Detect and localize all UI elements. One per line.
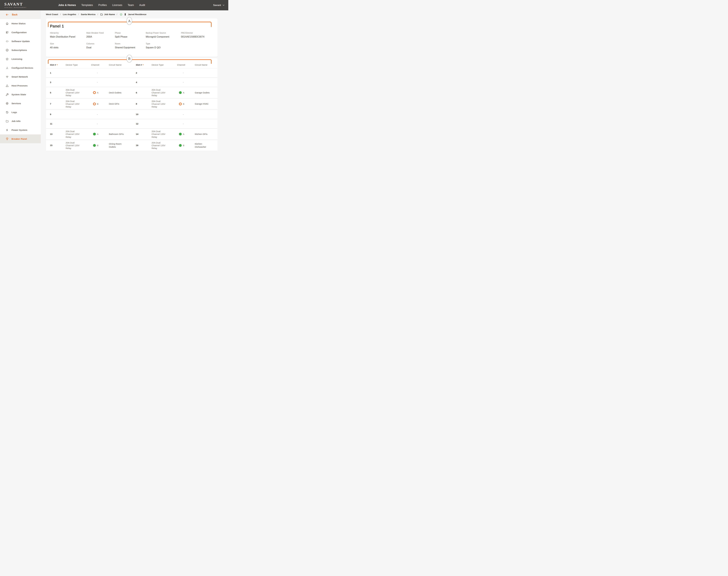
breaker-slot-14: 1420A Dual Channel 120V RelayAKitchen GF…: [132, 129, 218, 140]
channel-letter: -: [97, 113, 98, 116]
nav-item-audit[interactable]: Audit: [139, 4, 145, 7]
nav-item-licenses[interactable]: Licenses: [112, 4, 122, 7]
device-type: 20A Dual Channel 120V Relay: [66, 88, 80, 97]
field-pbc-director: PBC/Director001AAE1569DC0074: [181, 32, 214, 38]
sidebar-item-software-update[interactable]: Software Update: [0, 37, 41, 46]
breadcrumb-residence[interactable]: Jarvel Residence: [128, 13, 146, 16]
history-icon: [5, 111, 9, 114]
field-type: TypeSquare D QO: [146, 42, 181, 49]
slot-number: 1: [50, 71, 66, 74]
channel-cell: -: [91, 122, 109, 125]
field-label: PBC/Director: [181, 32, 214, 34]
channel-letter: -: [183, 71, 184, 74]
channel-letter: A: [183, 133, 184, 135]
column-header-slot[interactable]: Slot #: [136, 64, 152, 66]
column-header-circuit-name[interactable]: Circuit Name: [109, 64, 132, 66]
channel-cell: -: [91, 113, 109, 116]
channel-cell: A: [91, 91, 109, 94]
channel-letter: -: [97, 71, 98, 74]
breaker-slot-2: 2-: [132, 68, 218, 77]
slot-number: 5: [50, 91, 66, 94]
breadcrumb-separator: /: [60, 13, 61, 16]
sidebar-item-licensing[interactable]: Licensing: [0, 55, 41, 63]
check-circle-icon: [120, 13, 123, 16]
field-label: Main Breaker Feed: [86, 32, 115, 34]
slot-number: 9: [50, 113, 66, 116]
sidebar-item-breaker-panel[interactable]: Breaker Panel: [0, 135, 41, 143]
device-type: 20A Dual Channel 120V Relay: [66, 141, 80, 150]
breadcrumb-job-name[interactable]: Job Name: [104, 13, 115, 16]
field-value: Square D QO: [146, 46, 181, 49]
channel-cell: -: [91, 71, 109, 74]
sidebar-item-label: Services: [11, 102, 21, 105]
code-icon: [5, 40, 9, 43]
slot-number: 16: [136, 144, 152, 147]
slot-number: 2: [136, 71, 152, 74]
savant-logo[interactable]: SAVANT CENTRAL MANAGEMENT: [4, 2, 27, 8]
breadcrumb-segment-santa-monica[interactable]: Santa Monica: [81, 13, 96, 16]
panel-fields: HierarchyMain Distribution PanelMain Bre…: [50, 32, 214, 49]
column-header-device-type[interactable]: Device Type: [66, 64, 91, 66]
logo-title: SAVANT: [4, 2, 27, 6]
sidebar-item-services[interactable]: Services: [0, 99, 41, 108]
sidebar-item-host-proceses[interactable]: Host Proceses: [0, 81, 41, 90]
channel-cell: B: [91, 103, 109, 105]
sidebar-item-system-state[interactable]: System State: [0, 90, 41, 99]
channel-closed-icon: [179, 133, 182, 136]
sidebar-item-label: Power System: [11, 129, 27, 132]
sidebar-item-power-system[interactable]: Power System: [0, 125, 41, 135]
channel-cell: B: [177, 103, 195, 105]
annotation-marker-a: A: [127, 17, 132, 25]
slot-number: 10: [136, 113, 152, 116]
back-button[interactable]: Back: [0, 10, 41, 19]
channel-closed-icon: [93, 133, 96, 136]
slot-number: 7: [50, 103, 66, 105]
breaker-slot-12: 12-: [132, 119, 218, 128]
column-header-channel[interactable]: Channel: [177, 64, 195, 66]
circuit-name: Kitchen Dishwasher: [195, 142, 212, 149]
column-header-channel[interactable]: Channel: [91, 64, 109, 66]
top-bar: SAVANT CENTRAL MANAGEMENT Jobs & HomesTe…: [0, 0, 228, 10]
circuit-name: Garage HVAC: [195, 102, 212, 106]
nav-item-jobs-homes[interactable]: Jobs & Homes: [58, 4, 76, 7]
breaker-slot-16: 1620A Dual Channel 120V RelayBKitchen Di…: [132, 140, 218, 151]
column-header-circuit-name[interactable]: Circuit Name: [195, 64, 218, 66]
table-row: 520A Dual Channel 120V RelayADeck Outlet…: [46, 87, 218, 99]
panel-title: Panel 1: [50, 24, 214, 29]
column-header-device-type[interactable]: Device Type: [152, 64, 177, 66]
sidebar-item-configured-devices[interactable]: Configured Devices: [0, 63, 41, 72]
sidebar-item-home-status[interactable]: Home Status: [0, 19, 41, 28]
bolt-icon: [5, 128, 9, 132]
device-type: 20A Dual Channel 120V Relay: [66, 100, 80, 108]
sidebar-item-subscriptions[interactable]: Subscriptions: [0, 46, 41, 55]
channel-open-icon: [179, 103, 182, 105]
breaker-slot-6: 620A Dual Channel 120V RelayAGarage Outl…: [132, 87, 218, 98]
account-menu[interactable]: Savant: [213, 0, 225, 10]
devices-icon: [5, 66, 9, 69]
channel-letter: -: [183, 122, 184, 125]
breadcrumb-segment-west-coast[interactable]: West Coast: [46, 13, 58, 16]
sidebar-item-smart-network[interactable]: Smart Network: [0, 72, 41, 81]
sidebar-item-configuration[interactable]: Configuration: [0, 28, 41, 37]
breadcrumb-segment-los-angeles[interactable]: Los Angeles: [63, 13, 76, 16]
slot-number: 14: [136, 133, 152, 136]
slot-number: 15: [50, 144, 66, 147]
channel-letter: A: [97, 133, 99, 135]
wrench-icon: [5, 93, 9, 96]
field-value: 40 slots: [50, 46, 86, 49]
sidebar-item-logs[interactable]: Logs: [0, 108, 41, 117]
host-device-icon: [124, 13, 127, 16]
job-folder-icon: [100, 13, 103, 16]
sidebar-item-label: Licensing: [11, 58, 22, 60]
channel-cell: -: [177, 113, 195, 116]
sidebar-item-job-info[interactable]: Job Info: [0, 117, 41, 125]
channel-cell: -: [177, 81, 195, 84]
nav-item-team[interactable]: Team: [128, 4, 134, 7]
main-content: West Coast/Los Angeles/Santa Monica/Job …: [41, 10, 228, 151]
nav-item-profiles[interactable]: Profiles: [98, 4, 107, 7]
column-header-slot[interactable]: Slot #: [50, 64, 66, 66]
table-row: 9-10-: [46, 110, 218, 119]
sort-ascending-icon: [56, 64, 58, 66]
nav-item-templates[interactable]: Templates: [81, 4, 93, 7]
field-phase: PhaseSplit Phase: [115, 32, 146, 38]
